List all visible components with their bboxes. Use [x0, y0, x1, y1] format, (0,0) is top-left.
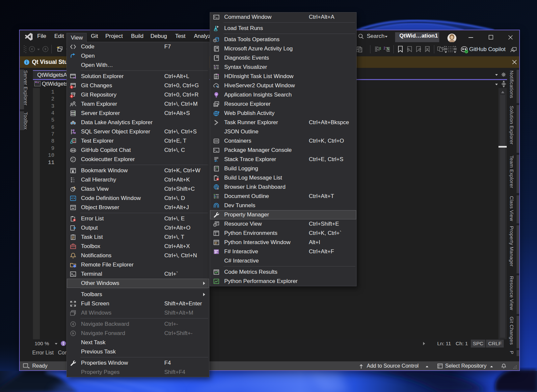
svg-text:2: 2: [384, 46, 386, 50]
